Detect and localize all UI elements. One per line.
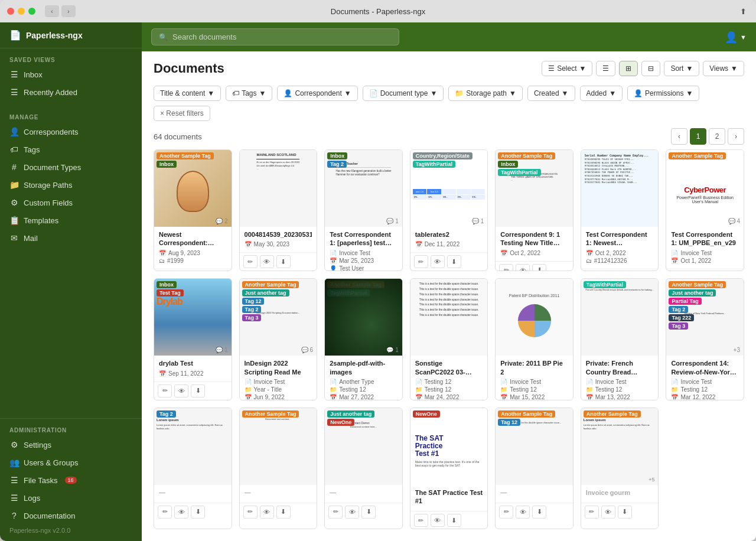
preview-button-20[interactable]: 👁 bbox=[601, 506, 615, 519]
doc-thumbnail-18: NewOne The SATPracticeTest #1 Make time … bbox=[410, 408, 488, 485]
minimize-button[interactable] bbox=[18, 8, 25, 15]
document-card-6[interactable]: Serial Number Company Name Employ... 978… bbox=[581, 149, 659, 271]
close-button[interactable] bbox=[7, 8, 14, 15]
document-card-13[interactable]: TagWithPartial French Country Bread reci… bbox=[581, 278, 659, 400]
storage-path-filter[interactable]: 📁 Storage path ▼ bbox=[448, 86, 523, 101]
share-button[interactable]: ⬆ bbox=[737, 5, 749, 17]
correspondents-label: Correspondents bbox=[24, 128, 79, 136]
download-button-15[interactable]: ⬇ bbox=[191, 506, 205, 519]
preview-button-17[interactable]: 👁 bbox=[345, 506, 359, 519]
document-card-4[interactable]: Country,Region/State TagWithPartial one.… bbox=[410, 149, 488, 271]
sidebar-item-inbox[interactable]: ☰ Inbox bbox=[0, 66, 142, 83]
document-type-filter[interactable]: 📄 Document type ▼ bbox=[363, 86, 444, 101]
select-button[interactable]: ☰ Select ▼ bbox=[542, 61, 592, 76]
next-page-button[interactable]: › bbox=[728, 128, 744, 145]
user-menu-button[interactable]: 👤 ▼ bbox=[725, 31, 747, 44]
preview-button-15[interactable]: 👁 bbox=[174, 506, 188, 519]
sidebar-item-correspondents[interactable]: 👤 Correspondents bbox=[0, 123, 142, 141]
calendar-icon-10: 📅 bbox=[330, 394, 337, 400]
added-filter[interactable]: Added ▼ bbox=[580, 86, 623, 101]
grid-view-button[interactable]: ⊞ bbox=[619, 61, 638, 76]
preview-button-4[interactable]: 👁 bbox=[431, 255, 445, 268]
document-card-7[interactable]: Another Sample Tag CyberPower PowerPanel… bbox=[666, 149, 744, 271]
sidebar-item-tags[interactable]: 🏷 Tags bbox=[0, 141, 142, 158]
download-button-2[interactable]: ⬇ bbox=[276, 255, 291, 268]
sidebar-item-documentation[interactable]: ? Documentation bbox=[0, 507, 142, 524]
sidebar-item-logs[interactable]: ☰ Logs bbox=[0, 489, 142, 507]
reset-filters-button[interactable]: × Reset filters bbox=[154, 106, 210, 121]
document-card-16[interactable]: Another Sample Tag Document text content… bbox=[239, 408, 318, 529]
document-card-19[interactable]: Another Sample Tag Tag 12 This is a test… bbox=[495, 408, 573, 529]
edit-button-8[interactable]: ✏ bbox=[158, 384, 172, 397]
sidebar-item-document-types[interactable]: # Document Types bbox=[0, 158, 142, 176]
document-card-17[interactable]: Just another tag NewOne Contact Demo: Do… bbox=[324, 408, 403, 529]
large-grid-button[interactable]: ⊟ bbox=[641, 61, 660, 76]
edit-button-17[interactable]: ✏ bbox=[328, 506, 343, 519]
document-card-3[interactable]: Inbox Tag 2 Worker Teacher Has the new K… bbox=[324, 149, 403, 271]
edit-button-15[interactable]: ✏ bbox=[158, 506, 172, 519]
edit-button-5[interactable]: ✏ bbox=[499, 264, 513, 272]
edit-button-20[interactable]: ✏ bbox=[585, 506, 599, 519]
edit-button-18[interactable]: ✏ bbox=[414, 514, 428, 527]
sidebar-item-recently-added[interactable]: ☰ Recently Added bbox=[0, 83, 142, 101]
edit-button-16[interactable]: ✏ bbox=[243, 506, 258, 519]
created-filter[interactable]: Created ▼ bbox=[527, 86, 575, 101]
edit-button-2[interactable]: ✏ bbox=[243, 255, 258, 268]
document-card-11[interactable]: This is a test for the double space char… bbox=[410, 278, 488, 400]
tag-2-14: Tag 2 bbox=[669, 306, 688, 313]
preview-button-8[interactable]: 👁 bbox=[174, 384, 188, 397]
document-card-20[interactable]: Another Sample Tag Lorem ipsum Lorem ips… bbox=[581, 408, 659, 529]
download-button-18[interactable]: ⬇ bbox=[447, 514, 461, 527]
document-card-18[interactable]: NewOne The SATPracticeTest #1 Make time … bbox=[410, 408, 488, 529]
permissions-filter[interactable]: 👤 Permissions ▼ bbox=[627, 86, 699, 101]
document-card-15[interactable]: Tag 2 Lorem ipsum Lorem ipsum dolor sit … bbox=[154, 408, 232, 529]
select-dropdown-icon: ▼ bbox=[579, 64, 586, 73]
page-2-button[interactable]: 2 bbox=[709, 128, 725, 145]
correspondent-filter[interactable]: 👤 Correspondent ▼ bbox=[277, 86, 357, 101]
preview-button-18[interactable]: 👁 bbox=[431, 514, 445, 527]
page-1-button[interactable]: 1 bbox=[690, 128, 706, 145]
download-button-16[interactable]: ⬇ bbox=[276, 506, 291, 519]
views-button[interactable]: Views ▼ bbox=[703, 61, 744, 76]
download-button-4[interactable]: ⬇ bbox=[447, 255, 461, 268]
sidebar-item-settings[interactable]: ⚙ Settings bbox=[0, 436, 142, 454]
calendar-icon-5: 📅 bbox=[500, 250, 507, 256]
sidebar-item-file-tasks[interactable]: ☰ File Tasks 16 bbox=[0, 471, 142, 489]
maximize-button[interactable] bbox=[28, 8, 35, 15]
forward-button[interactable]: › bbox=[61, 5, 76, 17]
edit-button-19[interactable]: ✏ bbox=[499, 506, 513, 519]
sort-dropdown-icon: ▼ bbox=[686, 64, 693, 73]
title-content-filter[interactable]: Title & content ▼ bbox=[154, 86, 221, 101]
prev-page-button[interactable]: ‹ bbox=[671, 128, 687, 145]
download-button-20[interactable]: ⬇ bbox=[618, 506, 632, 519]
preview-button-19[interactable]: 👁 bbox=[516, 506, 530, 519]
document-card-10[interactable]: Another Sample Tag TagWithPartial 💬 1 2s… bbox=[324, 278, 403, 400]
document-card-8[interactable]: Inbox Test Tag Drylab 💬 1 drylab Test 📅 … bbox=[154, 278, 232, 400]
edit-button-4[interactable]: ✏ bbox=[414, 255, 428, 268]
download-button-8[interactable]: ⬇ bbox=[191, 384, 205, 397]
download-button-19[interactable]: ⬇ bbox=[532, 506, 546, 519]
document-card-9[interactable]: Another Sample Tag Just another tag Tag … bbox=[239, 278, 318, 400]
list-view-button[interactable]: ☰ bbox=[596, 61, 615, 76]
download-button-5[interactable]: ⬇ bbox=[532, 264, 546, 272]
document-card-1[interactable]: Another Sample Tag Inbox 💬 2 Newest Corr… bbox=[154, 149, 232, 271]
sidebar-item-mail[interactable]: ✉ Mail bbox=[0, 229, 142, 247]
document-card-14[interactable]: Another Sample Tag Just another tag Part… bbox=[666, 278, 744, 400]
search-box[interactable]: 🔍 bbox=[151, 28, 399, 45]
sidebar-item-storage-paths[interactable]: 📁 Storage Paths bbox=[0, 176, 142, 194]
document-card-2[interactable]: MAINLAND SCOTLAND Er ist es der Hagenpre… bbox=[239, 149, 318, 271]
note-count-9: 💬 6 bbox=[301, 347, 313, 353]
search-input[interactable] bbox=[172, 32, 392, 41]
sidebar-item-custom-fields[interactable]: ⚙ Custom Fields bbox=[0, 194, 142, 211]
sort-button[interactable]: Sort ▼ bbox=[664, 61, 699, 76]
back-button[interactable]: ‹ bbox=[45, 5, 59, 17]
document-card-5[interactable]: Another Sample Tag Inbox TagWithPartial … bbox=[495, 149, 573, 271]
tags-filter[interactable]: 🏷 Tags ▼ bbox=[226, 86, 272, 101]
sidebar-item-templates[interactable]: 📋 Templates bbox=[0, 211, 142, 229]
document-card-12[interactable]: Patent BP Distribution 2011 Private: 201… bbox=[495, 278, 573, 400]
sidebar-item-users-groups[interactable]: 👥 Users & Groups bbox=[0, 454, 142, 471]
preview-button-2[interactable]: 👁 bbox=[260, 255, 274, 268]
preview-button-16[interactable]: 👁 bbox=[260, 506, 274, 519]
preview-button-5[interactable]: 👁 bbox=[516, 264, 530, 272]
download-button-17[interactable]: ⬇ bbox=[361, 506, 376, 519]
